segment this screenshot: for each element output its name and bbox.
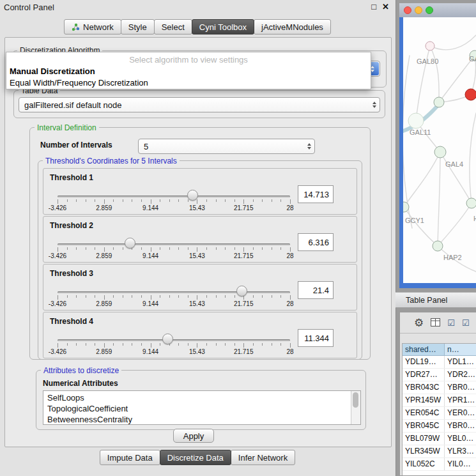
threshold-label: Threshold 2	[50, 221, 93, 230]
list-scrollbar[interactable]	[351, 391, 360, 424]
numerical-attributes-label: Numerical Attributes	[43, 379, 118, 388]
table-browser-window: ⚙ ☑ ☑ shared…n… YDL19…YDL1…YDR27…YDR2…YB…	[399, 312, 476, 476]
control-panel-titlebar: Control Panel □ ✕	[0, 0, 395, 15]
network-node-green[interactable]	[434, 146, 446, 158]
algorithm-option-equal-width-frequency-discretization[interactable]: Equal Width/Frequency Discretization	[6, 77, 371, 89]
threshold-label: Threshold 1	[50, 173, 93, 182]
close-window-icon[interactable]: ✕	[382, 2, 389, 12]
table-row[interactable]: YDR27…YDR2…	[403, 369, 476, 381]
table-row[interactable]: YER054CYER0…	[403, 407, 476, 420]
interval-definition-group-title: Interval Definition	[35, 123, 99, 132]
table-cell: YBL0…	[445, 433, 476, 445]
select-columns-icon[interactable]: ☑	[447, 319, 455, 327]
tab-label: Select	[162, 20, 185, 34]
node-label-hap2: HAP2	[443, 254, 462, 261]
tab-jactivemnodules[interactable]: jActiveMNodules	[254, 19, 331, 35]
threshold-value-field[interactable]: 11.344	[298, 329, 334, 347]
network-edge	[404, 152, 440, 207]
column-header-1[interactable]: n…	[445, 344, 476, 356]
threshold-value-field[interactable]: 21.4	[298, 281, 334, 299]
gear-icon[interactable]: ⚙	[414, 318, 424, 328]
threshold-slider-thumb[interactable]	[187, 190, 198, 201]
tab-label: Cyni Toolbox	[199, 20, 247, 34]
scrollbar-thumb[interactable]	[353, 392, 358, 408]
threshold-value-field[interactable]: 14.713	[298, 185, 334, 203]
network-node-pink[interactable]	[426, 42, 434, 50]
tab-style[interactable]: Style	[121, 19, 155, 35]
tab-label: Impute Data	[107, 451, 153, 464]
algorithm-dropdown-list: Select algorithm to view settings Manual…	[6, 52, 371, 89]
table-panel-title: Table Panel	[406, 296, 447, 305]
threshold-slider-track[interactable]	[58, 243, 290, 245]
node-label-gal11: GAL11	[410, 128, 431, 136]
threshold-slider-thumb[interactable]	[162, 334, 173, 344]
threshold-value-field[interactable]: 6.316	[298, 233, 334, 251]
desktop: Control Panel □ ✕ NetworkStyleSelectCyni…	[0, 0, 476, 476]
table-row[interactable]: YIL052CYIL0…	[403, 458, 476, 471]
tab-cyni-toolbox[interactable]: Cyni Toolbox	[192, 19, 254, 35]
threshold-panel-3: Threshold 3-3.4262.8599.14415.4321.71528…	[43, 264, 357, 311]
threshold-label: Threshold 4	[50, 317, 93, 326]
slider-scale: -3.4262.8599.14415.4321.71528	[43, 348, 357, 356]
tab-network[interactable]: Network	[64, 19, 121, 35]
network-node-green[interactable]	[466, 198, 476, 208]
apply-button[interactable]: Apply	[173, 429, 214, 443]
table-row[interactable]: YBR045CYBR0…	[403, 420, 476, 433]
column-header-0[interactable]: shared…	[403, 344, 445, 356]
list-item-topologicalcoefficient[interactable]: TopologicalCoefficient	[43, 403, 360, 414]
table-row[interactable]: YBL079WYBL0…	[403, 433, 476, 445]
threshold-slider-thumb[interactable]	[236, 286, 247, 296]
minimize-button[interactable]	[415, 6, 422, 14]
close-button[interactable]	[404, 6, 411, 14]
tab-impute-data[interactable]: Impute Data	[100, 450, 160, 465]
threshold-panel-4: Threshold 4-3.4262.8599.14415.4321.71528…	[43, 312, 357, 358]
table-cell: YIL0…	[445, 458, 476, 470]
table-cell: YER0…	[445, 407, 476, 419]
table-cell: YBR0…	[445, 381, 476, 394]
table-row[interactable]: YPR145WYPR1…	[403, 394, 476, 407]
network-edge	[430, 35, 476, 50]
threshold-slider-track[interactable]	[58, 196, 290, 197]
network-node-green[interactable]	[403, 202, 409, 212]
numerical-attributes-list[interactable]: SelfLoopsTopologicalCoefficientBetweenne…	[43, 390, 361, 425]
number-of-intervals-combobox[interactable]: 5	[138, 139, 315, 154]
stepper-icon[interactable]	[372, 102, 376, 108]
bottom-tab-bar: Impute DataDiscretize DataInfer Network	[0, 450, 395, 465]
network-node-red[interactable]	[465, 89, 476, 100]
threshold-slider-track[interactable]	[58, 291, 290, 293]
table-data-combobox[interactable]: galFiltered.sif default node	[19, 97, 380, 112]
table-cell: YDL19…	[403, 356, 445, 368]
node-label-h: H	[473, 215, 476, 222]
table-row[interactable]: YLR345WYLR3…	[403, 445, 476, 458]
table-cell: YPR1…	[445, 394, 476, 406]
select-rows-icon[interactable]: ☑	[462, 319, 470, 327]
network-canvas[interactable]: GAL80GAGAL11GAL4GCY1HHAP2	[403, 17, 476, 283]
attributes-group-title: Attributes to discretize	[41, 366, 121, 375]
list-item-selfloops[interactable]: SelfLoops	[43, 392, 360, 403]
tab-infer-network[interactable]: Infer Network	[231, 450, 295, 465]
table-row[interactable]: YBR043CYBR0…	[403, 381, 476, 394]
table-cell: YBL079W	[403, 433, 445, 445]
threshold-panel-2: Threshold 2-3.4262.8599.14415.4321.71528…	[43, 216, 357, 263]
table-cell: YDR27…	[403, 369, 445, 381]
tab-select[interactable]: Select	[154, 19, 192, 35]
algorithm-option-manual-discretization[interactable]: Manual Discretization	[6, 66, 371, 77]
table-cell: YBR045C	[403, 420, 445, 432]
tab-discretize-data[interactable]: Discretize Data	[160, 450, 231, 465]
table-panel-header[interactable]: Table Panel	[395, 292, 476, 308]
control-panel-body: Discretization Algorithm Select algorith…	[4, 37, 392, 447]
threshold-slider-track[interactable]	[58, 339, 290, 341]
table-cell: YBR043C	[403, 381, 445, 394]
float-window-icon[interactable]: □	[371, 2, 376, 12]
network-node-green[interactable]	[434, 97, 444, 107]
network-node-green[interactable]	[433, 241, 443, 251]
table-header-row: shared…n…	[403, 344, 476, 356]
list-item-betweennesscentrality[interactable]: BetweennessCentrality	[43, 414, 360, 425]
network-view-window: GAL80GAGAL11GAL4GCY1HHAP2	[399, 3, 476, 288]
network-node-faint[interactable]	[408, 113, 424, 128]
zoom-button[interactable]	[426, 6, 433, 14]
columns-icon[interactable]	[431, 318, 440, 327]
stepper-icon[interactable]	[307, 143, 311, 150]
table-cell: YBR0…	[445, 420, 476, 432]
table-row[interactable]: YDL19…YDL1…	[403, 356, 476, 369]
